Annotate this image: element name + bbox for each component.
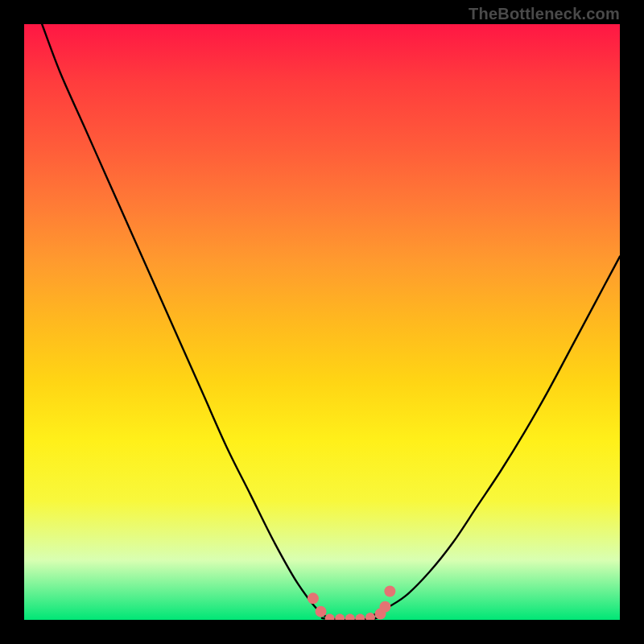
data-marker [355, 614, 365, 620]
data-marker [325, 614, 335, 620]
series-left-curve [42, 24, 340, 620]
curve-group [42, 24, 620, 620]
marker-group [308, 585, 395, 620]
data-marker [345, 614, 355, 620]
data-marker [316, 606, 327, 617]
series-right-curve [364, 257, 620, 620]
data-marker [308, 592, 319, 604]
data-marker [335, 614, 345, 620]
chart-frame: TheBottleneck.com [0, 0, 644, 644]
attribution-label: TheBottleneck.com [469, 5, 620, 23]
data-marker [379, 601, 390, 613]
data-marker [365, 613, 375, 620]
chart-overlay [24, 24, 620, 620]
data-marker [384, 585, 395, 597]
